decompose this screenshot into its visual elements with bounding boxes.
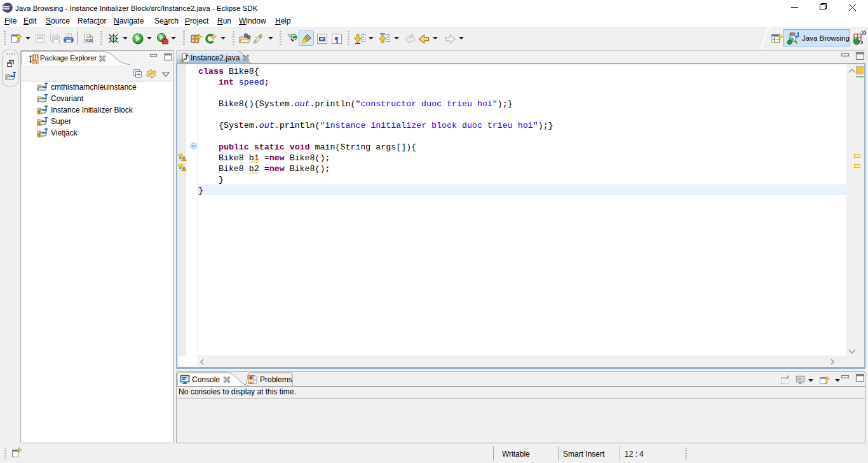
svg-text:010: 010 <box>86 38 93 43</box>
svg-text:¶: ¶ <box>334 34 339 44</box>
